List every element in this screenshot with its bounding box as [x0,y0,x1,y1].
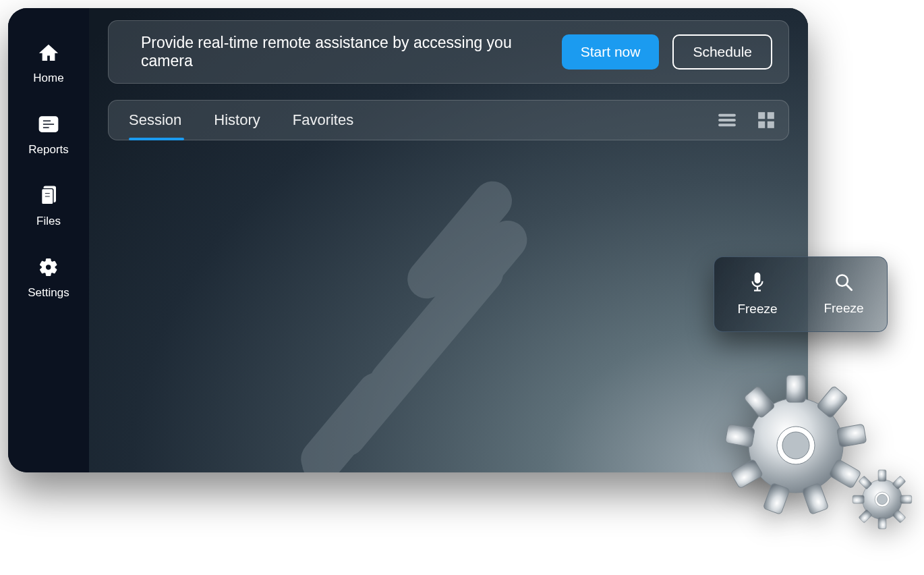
view-toggles [717,110,776,130]
svg-rect-16 [758,112,765,119]
svg-rect-8 [400,177,520,306]
settings-icon [36,255,61,279]
mic-icon [750,272,765,295]
svg-rect-10 [319,246,511,464]
sidebar-item-label: Settings [28,286,69,300]
logo-watermark [285,177,581,472]
svg-rect-30 [878,470,886,481]
svg-rect-2 [42,124,55,126]
svg-rect-12 [293,364,404,472]
svg-rect-15 [718,124,736,126]
files-icon [36,184,61,208]
app-window: Home Reports Files Settings [8,8,808,472]
svg-rect-18 [758,121,765,128]
list-view-button[interactable] [717,110,737,130]
svg-rect-14 [718,119,736,121]
svg-rect-11 [294,301,462,472]
search-icon [834,273,853,294]
grid-icon [757,111,775,129]
svg-rect-9 [362,213,535,408]
sidebar-item-reports[interactable]: Reports [28,112,69,157]
sidebar-item-label: Files [36,215,61,228]
start-now-button[interactable]: Start now [562,34,660,70]
reports-icon [36,112,61,136]
assistance-banner: Provide real-time remote assistance by a… [108,20,789,84]
tab-bar: Session History Favorites [108,100,789,140]
list-icon [718,112,737,128]
freeze-mic-button[interactable]: Freeze [737,272,777,317]
home-icon [36,40,61,65]
tab-favorites[interactable]: Favorites [293,102,353,138]
svg-rect-17 [768,112,774,119]
svg-rect-1 [42,120,51,122]
sidebar-item-settings[interactable]: Settings [28,255,69,300]
tab-session[interactable]: Session [129,102,181,138]
sidebar-item-label: Reports [28,143,69,157]
svg-rect-19 [768,121,774,128]
svg-point-31 [875,492,890,507]
svg-rect-3 [42,127,49,129]
tab-history[interactable]: History [214,102,260,138]
main-panel: Provide real-time remote assistance by a… [89,8,808,472]
svg-line-24 [846,285,852,290]
svg-point-32 [877,494,887,504]
svg-rect-7 [45,196,50,197]
svg-rect-13 [718,114,736,117]
freeze-search-button[interactable]: Freeze [824,273,863,316]
sidebar-item-home[interactable]: Home [33,40,63,85]
panel-item-label: Freeze [824,301,863,316]
sidebar-item-files[interactable]: Files [36,184,61,228]
banner-text: Provide real-time remote assistance by a… [141,34,548,70]
svg-point-29 [863,480,902,520]
schedule-button[interactable]: Schedule [672,34,772,70]
grid-view-button[interactable] [756,110,776,130]
tabs: Session History Favorites [129,102,717,138]
panel-item-label: Freeze [737,302,777,317]
floating-tool-panel: Freeze Freeze [714,256,888,332]
sidebar: Home Reports Files Settings [8,8,89,472]
svg-rect-20 [755,273,760,283]
svg-rect-6 [45,192,50,194]
sidebar-item-label: Home [33,72,63,85]
